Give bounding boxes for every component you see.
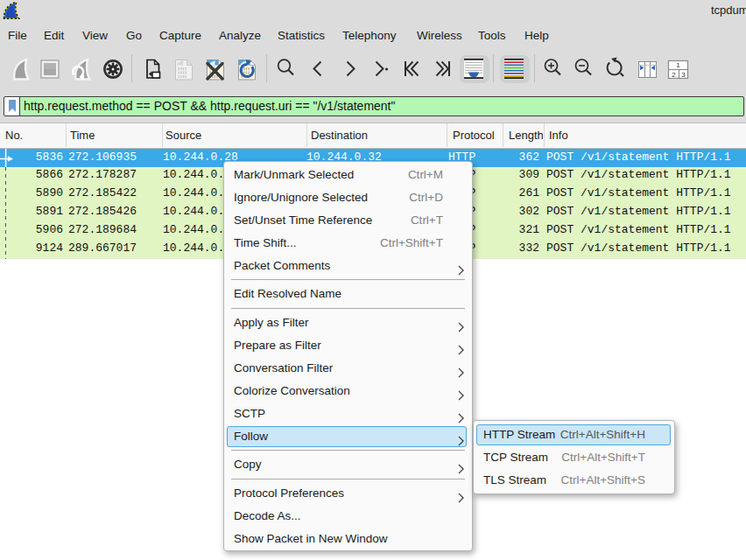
svg-text:2: 2 [672, 71, 676, 79]
svg-text:1: 1 [676, 61, 680, 69]
svg-text:3: 3 [681, 71, 686, 79]
